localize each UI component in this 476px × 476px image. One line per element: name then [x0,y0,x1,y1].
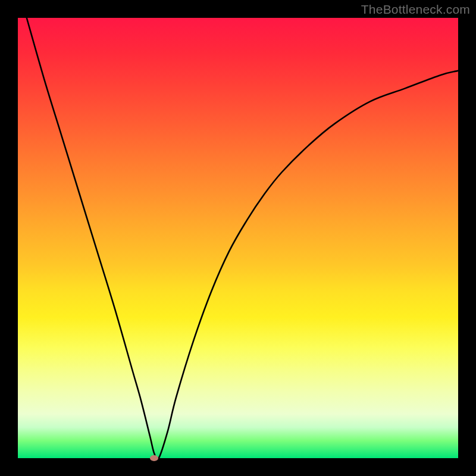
watermark-text: TheBottleneck.com [361,2,470,17]
bottleneck-curve [18,18,458,458]
chart-container: TheBottleneck.com [0,0,476,476]
minimum-point-marker [150,455,158,461]
